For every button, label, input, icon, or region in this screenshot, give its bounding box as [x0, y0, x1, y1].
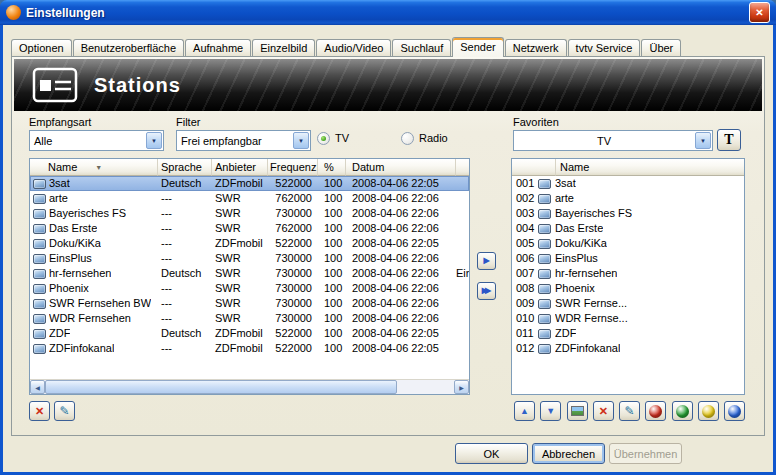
- station-row[interactable]: Das Erste---SWR7620001002008-04-06 22:06: [30, 221, 469, 236]
- edit-station-button[interactable]: ✎: [54, 401, 75, 421]
- apply-button[interactable]: Übernehmen: [609, 443, 682, 464]
- dropdown-arrow-icon[interactable]: ▼: [293, 132, 309, 149]
- favorites-col-name[interactable]: Name: [556, 159, 744, 176]
- tv-icon: [33, 329, 46, 339]
- dropdown-arrow-icon[interactable]: ▼: [695, 132, 711, 149]
- tv-icon: [538, 299, 551, 309]
- favorite-row[interactable]: 005Doku/KiKa: [512, 236, 744, 251]
- station-row[interactable]: ZDFinfokanal---ZDFmobil5220001002008-04-…: [30, 341, 469, 356]
- add-all-to-favorites-button[interactable]: ▶▶: [477, 282, 496, 300]
- tv-icon: [538, 314, 551, 324]
- tv-icon: [538, 269, 551, 279]
- stations-col-extra: [456, 159, 469, 176]
- tab-sender[interactable]: Sender: [452, 37, 503, 57]
- station-row[interactable]: SWR Fernsehen BW---SWR7300001002008-04-0…: [30, 296, 469, 311]
- favorite-delete-button[interactable]: ✕: [593, 401, 614, 421]
- tab-tvtv-service[interactable]: tvtv Service: [568, 39, 641, 56]
- stations-hscrollbar[interactable]: ◀ ▶: [30, 379, 469, 394]
- sort-indicator-icon: ▼: [95, 164, 102, 171]
- ok-button[interactable]: OK: [455, 443, 528, 464]
- empfangsart-select[interactable]: Alle ▼: [29, 130, 164, 151]
- tv-icon: [538, 284, 551, 294]
- group-green-button[interactable]: [672, 401, 693, 421]
- down-arrow-icon: ▼: [546, 407, 555, 416]
- stations-table: Name▼SpracheAnbieterFrequenz%Datum 3satD…: [29, 158, 470, 395]
- window-body: OptionenBenutzeroberflächeAufnahmeEinzel…: [3, 25, 773, 472]
- favorite-down-button[interactable]: ▼: [540, 401, 561, 421]
- stations-col-frequenz[interactable]: Frequenz: [268, 159, 318, 176]
- tv-radio[interactable]: TV: [317, 131, 349, 145]
- station-row[interactable]: EinsPlus---SWR7300001002008-04-06 22:06: [30, 251, 469, 266]
- station-row[interactable]: WDR Fernsehen---SWR7300001002008-04-06 2…: [30, 311, 469, 326]
- cancel-button[interactable]: Abbrechen: [532, 443, 605, 464]
- favorite-row[interactable]: 006EinsPlus: [512, 251, 744, 266]
- favorite-edit-button[interactable]: ✎: [619, 401, 640, 421]
- tab-audio-video[interactable]: Audio/Video: [316, 39, 391, 56]
- station-row[interactable]: hr-fernsehenDeutschSWR7300001002008-04-0…: [30, 266, 469, 281]
- tab-benutzeroberfläche[interactable]: Benutzeroberfläche: [73, 39, 184, 56]
- scroll-thumb[interactable]: [45, 380, 397, 394]
- up-arrow-icon: ▲: [520, 407, 529, 416]
- channel-logo-button[interactable]: [567, 401, 588, 421]
- filter-select[interactable]: Frei empfangbar ▼: [176, 130, 311, 151]
- scroll-track[interactable]: [45, 380, 454, 394]
- scroll-left-button[interactable]: ◀: [30, 380, 45, 394]
- edit-pencil-icon: ✎: [59, 405, 69, 417]
- radio-radio[interactable]: Radio: [401, 131, 448, 145]
- tv-icon: [538, 224, 551, 234]
- group-blue-button[interactable]: [724, 401, 745, 421]
- tv-icon: [33, 299, 46, 309]
- tab-aufnahme[interactable]: Aufnahme: [185, 39, 251, 56]
- favoriten-select[interactable]: TV ▼: [513, 130, 713, 151]
- close-button[interactable]: ✕: [749, 2, 770, 23]
- scroll-right-button[interactable]: ▶: [454, 380, 469, 394]
- tv-icon: [538, 209, 551, 219]
- tv-icon: [33, 179, 46, 189]
- favorite-up-button[interactable]: ▲: [514, 401, 535, 421]
- delete-station-button[interactable]: ✕: [29, 401, 50, 421]
- tab-suchlauf[interactable]: Suchlauf: [392, 39, 451, 56]
- group-yellow-button[interactable]: [698, 401, 719, 421]
- tab-bar: OptionenBenutzeroberflächeAufnahmeEinzel…: [11, 37, 682, 56]
- titlebar: Einstellungen ✕: [0, 0, 776, 25]
- station-row[interactable]: 3satDeutschZDFmobil5220001002008-04-06 2…: [30, 176, 469, 191]
- favorites-body: 0013sat002arte003Bayerisches FS004Das Er…: [512, 176, 744, 394]
- tv-icon: [33, 269, 46, 279]
- favorite-row[interactable]: 009SWR Fernse...: [512, 296, 744, 311]
- favorite-row[interactable]: 002arte: [512, 191, 744, 206]
- favorite-row[interactable]: 012ZDFinfokanal: [512, 341, 744, 356]
- stations-col-datum[interactable]: Datum: [346, 159, 456, 176]
- dropdown-arrow-icon[interactable]: ▼: [146, 132, 162, 149]
- stations-col-name[interactable]: Name▼: [30, 159, 158, 176]
- empfangsart-value: Alle: [30, 135, 145, 147]
- favorite-row[interactable]: 007hr-fernsehen: [512, 266, 744, 281]
- stations-col-anbieter[interactable]: Anbieter: [212, 159, 268, 176]
- stations-col-percent[interactable]: %: [318, 159, 346, 176]
- tv-icon: [33, 194, 46, 204]
- favorite-row[interactable]: 0013sat: [512, 176, 744, 191]
- dialog-buttons: OK Abbrechen Übernehmen: [455, 443, 682, 464]
- favorite-row[interactable]: 008Phoenix: [512, 281, 744, 296]
- favorite-row[interactable]: 010WDR Fernse...: [512, 311, 744, 326]
- tab-netzwerk[interactable]: Netzwerk: [505, 39, 567, 56]
- tv-icon: [33, 239, 46, 249]
- group-red-button[interactable]: [645, 401, 666, 421]
- favorite-row[interactable]: 003Bayerisches FS: [512, 206, 744, 221]
- station-row[interactable]: Phoenix---SWR7300001002008-04-06 22:06: [30, 281, 469, 296]
- favorite-row[interactable]: 011ZDF: [512, 326, 744, 341]
- add-to-favorites-button[interactable]: ▶: [477, 252, 496, 270]
- favorite-row[interactable]: 004Das Erste: [512, 221, 744, 236]
- station-row[interactable]: ZDFDeutschZDFmobil5220001002008-04-06 22…: [30, 326, 469, 341]
- station-row[interactable]: Doku/KiKa---ZDFmobil5220001002008-04-06 …: [30, 236, 469, 251]
- favorites-actions: ▲▼✕✎: [514, 401, 745, 421]
- tab-optionen[interactable]: Optionen: [11, 39, 72, 56]
- transfer-one-icon: ▶: [483, 257, 489, 265]
- tab-einzelbild[interactable]: Einzelbild: [252, 39, 315, 56]
- favorites-col-number[interactable]: [512, 159, 556, 176]
- tab-über[interactable]: Über: [641, 39, 681, 56]
- stations-col-sprache[interactable]: Sprache: [158, 159, 212, 176]
- radio-radio-label: Radio: [419, 132, 448, 144]
- station-row[interactable]: arte---SWR7620001002008-04-06 22:06: [30, 191, 469, 206]
- favorites-text-button[interactable]: T: [717, 129, 741, 151]
- station-row[interactable]: Bayerisches FS---SWR7300001002008-04-06 …: [30, 206, 469, 221]
